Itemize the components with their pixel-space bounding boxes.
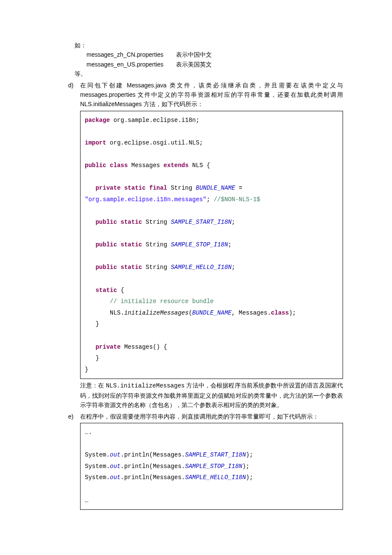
- class-name: Messages: [128, 162, 164, 169]
- eq: =: [235, 185, 246, 191]
- type-string: String: [167, 185, 196, 191]
- nls-b: (: [189, 309, 192, 316]
- file1-desc: 表示中国中文: [176, 50, 212, 59]
- note-prefix: 注意：在: [80, 382, 106, 389]
- kw-class2: class: [271, 309, 289, 316]
- marker-e: e): [68, 412, 80, 510]
- item-d-note: 注意：在 NLS.initializeMessages 方法中，会根据程序当前系…: [80, 381, 343, 410]
- kw-static5: static: [95, 287, 117, 294]
- brace1: }: [95, 321, 99, 327]
- marker-d: d): [68, 81, 80, 410]
- intro-end: 等。: [75, 69, 343, 78]
- field-hello: SAMPLE_HELLO_I18N: [171, 264, 232, 271]
- pa2: .println(Messages.: [121, 463, 185, 470]
- list-item-d: d) 在同包下创建 Messages.java 类文件，该类必须继承自类，并且需…: [68, 81, 343, 410]
- kw-private2: private: [95, 344, 121, 350]
- kw-static4: static: [121, 264, 142, 271]
- sys2: System.: [85, 463, 110, 470]
- item-e-text: 在程序中，假设需要使用字符串内容，则直接调用此类的字符串常量即可，如下代码所示：: [80, 412, 343, 421]
- kw-public3: public: [95, 241, 117, 248]
- kw-private: private: [95, 185, 121, 191]
- brace3: }: [85, 366, 88, 373]
- kw-class: class: [110, 162, 128, 169]
- ctor: Messages() {: [121, 344, 167, 350]
- file2-desc: 表示美国英文: [176, 60, 212, 69]
- type-string3: String: [142, 241, 170, 248]
- kw-import: import: [85, 139, 106, 146]
- out2: out: [110, 463, 121, 470]
- kw-extends: extends: [164, 162, 189, 169]
- semi: ;: [207, 196, 214, 203]
- pa3: .println(Messages.: [121, 474, 185, 481]
- kw-final: final: [149, 185, 167, 191]
- kw-static3: static: [121, 241, 142, 248]
- code-box-e: …. System.out.println(Messages.SAMPLE_ST…: [80, 423, 343, 510]
- f1: SAMPLE_START_I18N: [185, 451, 246, 458]
- pb3: );: [246, 474, 253, 481]
- brace2: }: [95, 355, 99, 361]
- static-open: {: [117, 287, 124, 294]
- nls-a: NLS.: [110, 309, 124, 316]
- file2-name: messages_en_US.properties: [86, 60, 176, 69]
- list-item-e: e) 在程序中，假设需要使用字符串内容，则直接调用此类的字符串常量即可，如下代码…: [68, 412, 343, 510]
- cmt-nonls: //$NON-NLS-1$: [213, 196, 260, 203]
- kw-public2: public: [95, 219, 117, 225]
- field-stop: SAMPLE_STOP_I18N: [171, 241, 228, 248]
- dots1: ….: [85, 429, 92, 436]
- pb2: );: [242, 463, 250, 470]
- ext-name: NLS {: [189, 162, 210, 169]
- file1-name: messages_zh_CN.properties: [86, 50, 176, 59]
- kw-public: public: [85, 162, 106, 169]
- type-string4: String: [142, 264, 170, 271]
- kw-public4: public: [95, 264, 117, 271]
- type-string2: String: [142, 219, 170, 225]
- field-start: SAMPLE_START_I18N: [171, 219, 232, 225]
- nls-m: initializeMessages: [124, 309, 188, 316]
- pb1: );: [246, 451, 253, 458]
- nls-c: , Messages.: [231, 309, 271, 316]
- pa1: .println(Messages.: [121, 451, 185, 458]
- bundle-val: "org.sample.eclipse.i18n.messages": [85, 196, 207, 203]
- item-d-text: 在同包下创建 Messages.java 类文件，该类必须继承自类，并且需要在该…: [80, 81, 343, 109]
- f2: SAMPLE_STOP_I18N: [185, 463, 242, 470]
- kw-static2: static: [121, 219, 142, 225]
- kw-static: static: [124, 185, 145, 191]
- code-box-d: package org.sample.eclipse.i18n; import …: [80, 111, 343, 379]
- out3: out: [110, 474, 121, 481]
- bundle-name2: BUNDLE_NAME: [192, 309, 231, 316]
- sys3: System.: [85, 474, 110, 481]
- out1: out: [110, 451, 121, 458]
- f3: SAMPLE_HELLO_I18N: [185, 474, 246, 481]
- kw-package: package: [85, 117, 110, 124]
- sys1: System.: [85, 451, 110, 458]
- nls-d: );: [289, 309, 296, 316]
- import-stmt: org.eclipse.osgi.util.NLS;: [106, 139, 203, 146]
- note-mono: NLS.initializeMessages: [106, 382, 185, 389]
- intro-line: 如：: [75, 40, 343, 50]
- bundle-name: BUNDLE_NAME: [196, 185, 235, 191]
- pkg-name: org.sample.eclipse.i18n;: [110, 117, 199, 124]
- cmt-init: // initialize resource bundle: [110, 298, 214, 305]
- dots2: …: [85, 497, 88, 504]
